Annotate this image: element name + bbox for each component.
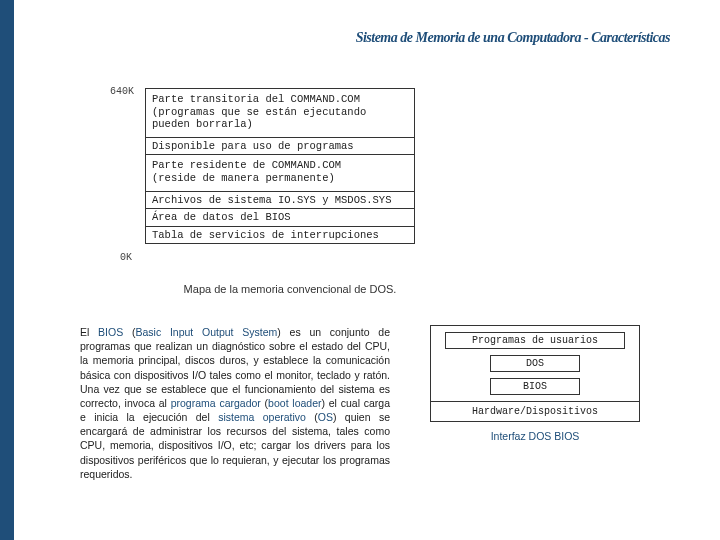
mem-row-command-transient: Parte transitoria del COMMAND.COM (progr… [146, 89, 414, 138]
term-bios: BIOS [98, 326, 123, 338]
term-os-es: sistema operativo [218, 411, 306, 423]
layer-caption: Interfaz DOS BIOS [420, 430, 650, 442]
text-run: ( [123, 326, 135, 338]
mem-top-label: 640K [110, 86, 134, 97]
memory-stack: Parte transitoria del COMMAND.COM (progr… [145, 88, 415, 244]
mem-row-available: Disponible para uso de programas [146, 138, 414, 156]
layer-bios: BIOS [490, 378, 580, 395]
term-bios-long: Basic Input Output System [135, 326, 277, 338]
side-accent [0, 0, 14, 540]
mem-bot-label: 0K [120, 252, 132, 263]
mem-row-sysfiles: Archivos de sistema IO.SYS y MSDOS.SYS [146, 192, 414, 210]
mem-row-biosdata: Área de datos del BIOS [146, 209, 414, 227]
mem-cell-text: pueden borrarla) [152, 118, 408, 131]
mem-cell-text: (reside de manera permanente) [152, 172, 408, 185]
layer-stack: Programas de usuarios DOS BIOS Hardware/… [430, 325, 640, 422]
mem-cell-text: Parte transitoria del COMMAND.COM [152, 93, 408, 106]
mem-row-command-resident: Parte residente de COMMAND.COM (reside d… [146, 155, 414, 191]
term-bootloader-es: programa cargador [171, 397, 261, 409]
layer-dos: DOS [490, 355, 580, 372]
page-title: Sistema de Memoria de una Computadora - … [356, 30, 670, 46]
mem-cell-text: (programas que se están ejecutando [152, 106, 408, 119]
memory-map-caption: Mapa de la memoria convencional de DOS. [160, 283, 420, 295]
text-run: El [80, 326, 98, 338]
text-run: ( [306, 411, 318, 423]
mem-cell-text: Parte residente de COMMAND.COM [152, 159, 408, 172]
mem-row-ivt: Tabla de servicios de interrupciones [146, 227, 414, 244]
bios-paragraph: El BIOS (Basic Input Output System) es u… [80, 325, 390, 481]
term-os-en: OS [318, 411, 333, 423]
term-bootloader-en: boot loader [268, 397, 321, 409]
layer-user-programs: Programas de usuarios [445, 332, 625, 349]
layer-outer-box: Programas de usuarios DOS BIOS [430, 325, 640, 402]
layer-figure: Programas de usuarios DOS BIOS Hardware/… [420, 325, 650, 442]
layer-hardware: Hardware/Dispositivos [430, 401, 640, 422]
